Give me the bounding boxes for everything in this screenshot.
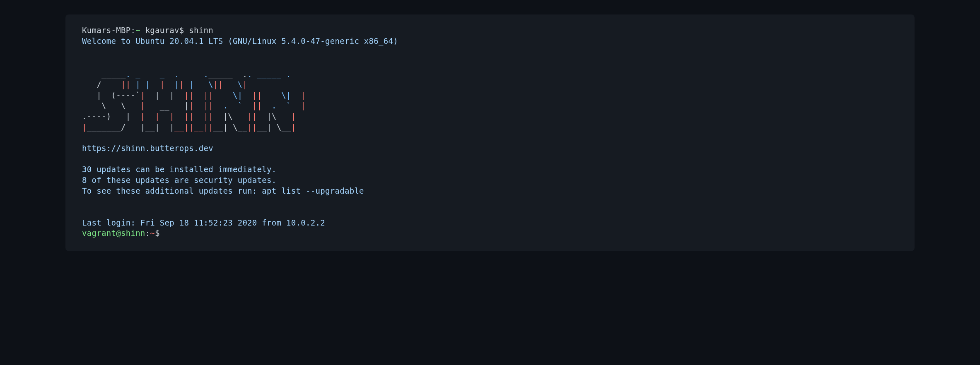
local-path: ~: [135, 26, 140, 35]
welcome-line: Welcome to Ubuntu 20.04.1 LTS (GNU/Linux…: [82, 36, 898, 47]
local-user: kgaurav$: [140, 26, 189, 35]
command: shinn: [189, 26, 213, 35]
updates-line-1: 30 updates can be installed immediately.: [82, 164, 898, 175]
remote-path: ~: [150, 228, 155, 238]
blank-line: [82, 132, 898, 143]
local-host: Kumars-MBP: [82, 26, 130, 35]
updates-line-3: To see these additional updates run: apt…: [82, 186, 898, 197]
ascii-art-banner: _____. _ _ . ._____ .. _____ . / || | | …: [82, 58, 898, 132]
local-sep: :: [130, 26, 135, 35]
blank-line: [82, 46, 898, 57]
blank-line: [82, 207, 898, 218]
blank-line: [82, 154, 898, 165]
last-login-line: Last login: Fri Sep 18 11:52:23 2020 fro…: [82, 218, 898, 228]
remote-dollar: $: [155, 228, 160, 238]
remote-prompt-line[interactable]: vagrant@shinn:~$: [82, 228, 898, 239]
remote-userhost: vagrant@shinn: [82, 228, 145, 238]
project-url: https://shinn.butterops.dev: [82, 143, 898, 154]
blank-line: [82, 196, 898, 207]
local-prompt-line: Kumars-MBP:~ kgaurav$ shinn: [82, 25, 898, 36]
terminal-window[interactable]: Kumars-MBP:~ kgaurav$ shinn Welcome to U…: [65, 14, 915, 251]
remote-sep: :: [145, 228, 150, 238]
updates-line-2: 8 of these updates are security updates.: [82, 175, 898, 186]
